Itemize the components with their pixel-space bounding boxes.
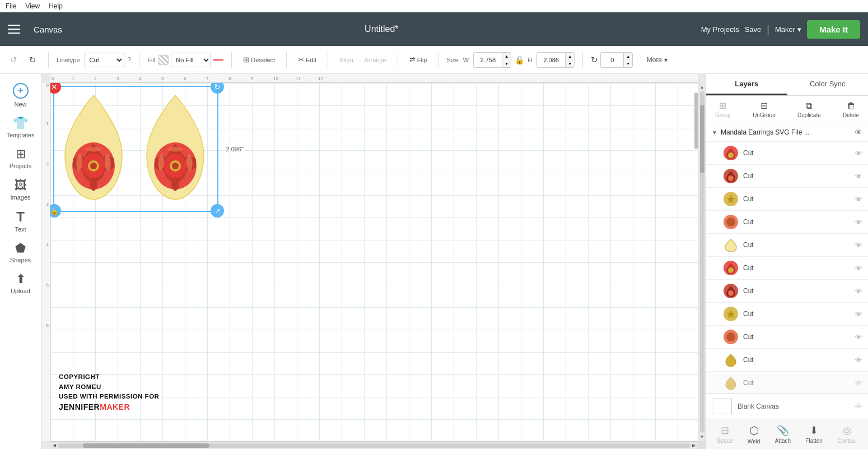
height-increment[interactable]: ▲ <box>565 53 574 60</box>
weld-button[interactable]: ⬡ Weld <box>748 424 760 445</box>
sidebar-item-templates[interactable]: 👕 Templates <box>2 113 40 144</box>
redo-button[interactable]: ↻ <box>25 52 40 68</box>
layer-item-8[interactable]: Cut 👁 <box>706 326 868 349</box>
canvas-area[interactable]: 0 1 2 3 4 5 6 7 8 9 10 11 12 0 1 2 3 <box>41 74 706 449</box>
sidebar-item-images[interactable]: 🖼 Images <box>2 175 40 206</box>
blank-canvas-visibility-icon[interactable]: 👁 <box>855 402 862 411</box>
layer-item-7[interactable]: Cut 👁 <box>706 303 868 326</box>
rotate-decrement[interactable]: ▼ <box>623 60 632 67</box>
layer-item-6[interactable]: Cut 👁 <box>706 280 868 303</box>
sidebar-item-shapes[interactable]: ⬟ Shapes <box>2 238 40 269</box>
layer-eye-0[interactable]: 👁 <box>855 149 862 158</box>
layer-item-9[interactable]: Cut 👁 <box>706 349 868 372</box>
tab-layers[interactable]: Layers <box>706 74 787 95</box>
menu-help[interactable]: Help <box>49 2 63 10</box>
layer-eye-9[interactable]: 👁 <box>855 356 862 364</box>
tab-color-sync[interactable]: Color Sync <box>787 74 869 95</box>
sidebar-item-new[interactable]: + New <box>2 78 40 113</box>
space-button[interactable]: ⊟ Space <box>717 424 732 444</box>
width-increment[interactable]: ▲ <box>502 53 511 60</box>
width-decrement[interactable]: ▼ <box>502 60 511 67</box>
handle-scale[interactable]: ↗ <box>211 204 224 217</box>
save-button[interactable]: Save <box>745 25 762 34</box>
lock-icon[interactable]: 🔒 <box>515 55 524 64</box>
delete-button[interactable]: 🗑 Delete <box>839 100 862 119</box>
scroll-left-btn[interactable]: ◀ <box>53 443 56 448</box>
earrings-container[interactable] <box>60 93 208 202</box>
flatten-button[interactable]: ⬇ Flatten <box>805 424 823 444</box>
toolbar-sep-7 <box>438 52 438 68</box>
linetype-select[interactable]: Cut Draw Score Engrave Deboss Foil Print <box>85 53 124 67</box>
layer-label-9: Cut <box>743 356 851 364</box>
layer-eye-4[interactable]: 👁 <box>855 241 862 249</box>
rotate-increment[interactable]: ▲ <box>623 53 632 60</box>
menu-view[interactable]: View <box>25 2 40 10</box>
height-input[interactable] <box>537 53 565 67</box>
flip-button[interactable]: ⇄ Flip <box>406 52 431 68</box>
linetype-help-icon[interactable]: ? <box>128 56 132 64</box>
align-button[interactable]: Align <box>336 52 356 68</box>
group-button[interactable]: ⊞ Group <box>712 99 734 119</box>
layer-item-5[interactable]: Cut 👁 <box>706 257 868 280</box>
layer-item-0[interactable]: Cut 👁 <box>706 142 868 165</box>
layer-eye-6[interactable]: 👁 <box>855 287 862 295</box>
delete-icon: 🗑 <box>847 101 856 111</box>
layer-eye-7[interactable]: 👁 <box>855 310 862 318</box>
toolbar: ↺ ↻ Linetype Cut Draw Score Engrave Debo… <box>0 46 868 74</box>
edit-button[interactable]: ✂ Edit <box>295 52 320 68</box>
layer-item-4[interactable]: Cut 👁 <box>706 234 868 257</box>
toolbar-sep-4 <box>286 52 287 68</box>
rotate-input[interactable] <box>601 53 623 67</box>
arrange-button[interactable]: Arrange <box>361 52 390 68</box>
width-input[interactable] <box>474 53 502 67</box>
layer-eye-5[interactable]: 👁 <box>855 264 862 272</box>
scrollbar-vertical[interactable]: ▲ ▼ <box>698 83 706 441</box>
layer-label-5: Cut <box>743 264 851 272</box>
make-it-button[interactable]: Make It <box>807 20 860 39</box>
scroll-up-btn[interactable]: ▲ <box>700 85 704 90</box>
blank-canvas-row[interactable]: Blank Canvas 👁 <box>706 394 868 419</box>
layer-eye-2[interactable]: 👁 <box>855 195 862 203</box>
ungroup-button[interactable]: ⊟ UnGroup <box>749 99 779 119</box>
layer-item-3[interactable]: Cut 👁 <box>706 211 868 234</box>
project-title[interactable]: Untitled* <box>365 24 398 34</box>
duplicate-button[interactable]: ⧉ Duplicate <box>794 100 824 119</box>
weld-icon: ⬡ <box>749 424 759 437</box>
more-button[interactable]: More ▾ <box>649 52 665 68</box>
layer-label-10: Cut <box>743 379 851 387</box>
rotate-group: ↻ ▲ ▼ <box>591 52 633 68</box>
layer-item-2[interactable]: Cut 👁 <box>706 188 868 211</box>
maker-button[interactable]: Maker ▾ <box>775 25 801 34</box>
hamburger-menu[interactable] <box>8 21 24 37</box>
sidebar-item-projects[interactable]: ⊞ Projects <box>2 144 40 174</box>
canvas-grid[interactable]: 2.758" 2.096" ✕ ↻ 🔒 ↗ <box>50 83 698 441</box>
my-projects-link[interactable]: My Projects <box>701 25 739 34</box>
layer-eye-1[interactable]: 👁 <box>855 172 862 180</box>
attach-button[interactable]: 📎 Attach <box>775 424 791 444</box>
deselect-button[interactable]: ⊞ Deselect <box>240 52 278 68</box>
watermark-line2: AMY ROMEU <box>59 382 159 392</box>
section-chevron[interactable]: ▼ <box>712 129 717 136</box>
scroll-down-btn[interactable]: ▼ <box>700 434 704 439</box>
layer-eye-8[interactable]: 👁 <box>855 333 862 341</box>
menu-file[interactable]: File <box>6 2 16 10</box>
handle-rotate[interactable]: ↻ <box>211 83 224 94</box>
images-icon: 🖼 <box>15 179 27 192</box>
height-decrement[interactable]: ▼ <box>565 60 574 67</box>
layer-item-10[interactable]: Cut 👁 <box>706 372 868 394</box>
handle-lock[interactable]: 🔒 <box>50 204 61 217</box>
sidebar-item-text[interactable]: T Text <box>2 206 40 238</box>
handle-close[interactable]: ✕ <box>50 83 61 94</box>
fill-select[interactable]: No Fill Fill <box>171 53 211 67</box>
deselect-group: ⊞ Deselect <box>240 52 278 68</box>
fill-color-swatch[interactable] <box>158 55 169 65</box>
sidebar-item-upload[interactable]: ⬆ Upload <box>2 269 40 299</box>
layer-item-1[interactable]: Cut 👁 <box>706 165 868 188</box>
contour-button[interactable]: ◎ Contour <box>837 424 857 444</box>
layer-eye-3[interactable]: 👁 <box>855 218 862 226</box>
section-visibility-icon[interactable]: 👁 <box>855 128 862 137</box>
undo-button[interactable]: ↺ <box>6 52 21 68</box>
header-divider: | <box>767 24 769 35</box>
layer-eye-10[interactable]: 👁 <box>855 379 862 387</box>
scrollbar-horizontal[interactable]: ◀ ▶ <box>50 441 698 449</box>
